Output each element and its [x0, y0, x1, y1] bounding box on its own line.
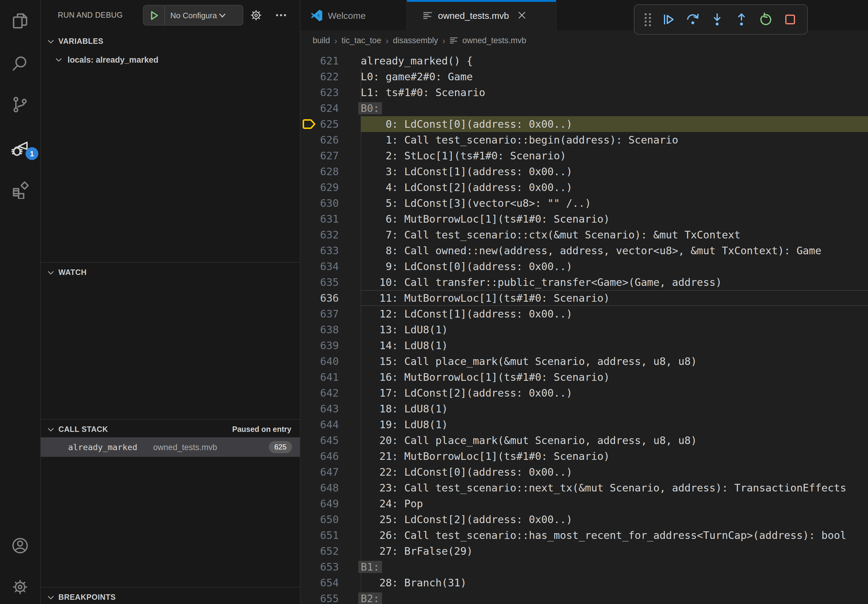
section-header-breakpoints[interactable]: BREAKPOINTS — [41, 587, 300, 604]
line-number: 627 — [301, 148, 361, 164]
activity-explorer[interactable] — [7, 8, 33, 35]
line-number: 623 — [301, 85, 361, 101]
section-header-call-stack[interactable]: CALL STACK Paused on entry — [41, 419, 300, 439]
step-into-button[interactable] — [706, 7, 728, 32]
variables-scope-label: locals: already_marked — [68, 55, 158, 65]
code-line: 645 20: Call place_mark(&mut Scenario, a… — [301, 432, 868, 448]
code-line: 634 9: LdConst[0](address: 0x00..) — [301, 259, 868, 274]
code-line: 654 28: Branch(31) — [301, 575, 868, 591]
code-line: 643 18: LdU8(1) — [301, 401, 868, 417]
line-text: 12: LdConst[1](address: 0x00..) — [361, 306, 868, 322]
call-stack-frame[interactable]: already_marked owned_tests.mvb 625 — [41, 437, 300, 457]
line-number: 629 — [301, 180, 361, 195]
code-line: 641 16: MutBorrowLoc[1](ts#1#0: Scenario… — [301, 369, 868, 385]
gear-icon — [11, 578, 29, 596]
debug-config-value: No Configura — [170, 11, 217, 20]
activity-search[interactable] — [7, 51, 33, 77]
line-text: 22: LdConst[0](address: 0x00..) — [361, 464, 868, 480]
line-number: 634 — [301, 259, 361, 274]
line-number: 645 — [301, 432, 361, 448]
debug-toolbar — [634, 4, 808, 35]
line-number: 626 — [301, 132, 361, 148]
more-actions-icon[interactable] — [276, 13, 287, 17]
account-icon — [11, 536, 29, 555]
line-number: 621 — [301, 53, 361, 69]
line-text: 3: LdConst[1](address: 0x00..) — [361, 164, 868, 180]
code-line: 650 25: LdConst[2](address: 0x00..) — [301, 511, 868, 527]
line-text: B0: — [361, 101, 868, 116]
activity-source-control[interactable] — [7, 91, 33, 118]
block-label: B2: — [358, 592, 382, 604]
code-line-cursor: 636 11: MutBorrowLoc[1](ts#1#0: Scenario… — [301, 290, 868, 306]
line-number: 640 — [301, 353, 361, 369]
start-debugging-icon[interactable] — [149, 10, 160, 20]
variables-scope-row[interactable]: locals: already_marked — [41, 52, 300, 68]
disassembly-file-icon — [450, 36, 459, 45]
line-number: 654 — [301, 575, 361, 591]
chevron-down-icon — [47, 37, 55, 45]
code-line: 642 17: LdConst[2](address: 0x00..) — [301, 385, 868, 401]
frame-line-badge: 625 — [269, 441, 292, 453]
breadcrumb-item-disassembly[interactable]: disassembly — [393, 36, 438, 45]
line-number: 638 — [301, 322, 361, 338]
line-text: L0: game#2#0: Game — [361, 69, 868, 85]
line-number: 622 — [301, 69, 361, 85]
line-text: B2: — [361, 591, 868, 604]
activity-run-and-debug[interactable]: 1 — [7, 135, 33, 162]
activity-account[interactable] — [7, 532, 33, 559]
activity-extensions[interactable] — [7, 177, 33, 203]
breadcrumb-item-file[interactable]: owned_tests.mvb — [462, 36, 526, 45]
code-line: 632 7: Call test_scenario::ctx(&mut Scen… — [301, 227, 868, 243]
tab-owned-tests[interactable]: owned_tests.mvb — [407, 0, 556, 30]
chevron-down-icon — [47, 268, 55, 276]
line-text: B1: — [361, 559, 868, 575]
code-line-block-label: 624B0: — [301, 101, 868, 116]
breadcrumb-item-tic-tac-toe[interactable]: tic_tac_toe — [341, 36, 381, 45]
code-line-block-label: 653B1: — [301, 559, 868, 575]
source-control-icon — [11, 96, 29, 114]
line-number: 628 — [301, 164, 361, 180]
section-header-watch[interactable]: WATCH — [41, 262, 300, 282]
breadcrumb-separator: › — [334, 35, 337, 46]
stop-button[interactable] — [779, 7, 801, 32]
line-text: 19: LdU8(1) — [361, 417, 868, 432]
line-text: 16: MutBorrowLoc[1](ts#1#0: Scenario) — [361, 369, 868, 385]
editor-group: Welcome owned_tests.mvb build › tic_ — [301, 0, 868, 604]
breakpoints-label: BREAKPOINTS — [58, 593, 116, 602]
restart-button[interactable] — [755, 7, 777, 32]
code-line: 639 14: LdU8(1) — [301, 338, 868, 353]
breadcrumb-separator: › — [386, 35, 389, 46]
section-header-variables[interactable]: VARIABLES — [41, 32, 300, 51]
extensions-icon — [11, 181, 29, 199]
line-number: 653 — [301, 559, 361, 575]
debug-status-badge: Paused on entry — [232, 425, 292, 434]
continue-button[interactable] — [657, 7, 679, 32]
code-editor[interactable]: 621already_marked() { 622L0: game#2#0: G… — [301, 51, 868, 604]
step-over-button[interactable] — [682, 7, 704, 32]
code-line: 640 15: Call place_mark(&mut Scenario, a… — [301, 353, 868, 369]
line-text: L1: ts#1#0: Scenario — [361, 85, 868, 101]
line-text: 21: MutBorrowLoc[1](ts#1#0: Scenario) — [361, 448, 868, 464]
close-icon[interactable] — [517, 11, 526, 19]
line-text: 5: LdConst[3](vector<u8>: "" /..) — [361, 195, 868, 211]
debug-gear-icon[interactable] — [250, 9, 263, 22]
line-text: 23: Call test_scenario::next_tx(&mut Sce… — [361, 480, 868, 496]
vscode-window: 1 — [0, 0, 868, 604]
step-out-button[interactable] — [730, 7, 752, 32]
line-number: 625 — [301, 116, 361, 132]
breadcrumb-item-build[interactable]: build — [313, 36, 330, 45]
variables-label: VARIABLES — [58, 37, 104, 46]
code-line: 621already_marked() { — [301, 53, 868, 69]
line-text: 4: LdConst[2](address: 0x00..) — [361, 180, 868, 195]
code-line: 635 10: Call transfer::public_transfer<G… — [301, 274, 868, 290]
line-text: 13: LdU8(1) — [361, 322, 868, 338]
disassembly-file-icon — [423, 10, 433, 20]
tab-welcome[interactable]: Welcome — [301, 0, 407, 30]
activity-settings[interactable] — [7, 574, 33, 600]
code-line-stopped: 625 0: LdConst[0](address: 0x00..) — [301, 116, 868, 132]
block-label: B0: — [358, 102, 382, 115]
toolbar-drag-handle-icon[interactable] — [640, 7, 655, 32]
tab-welcome-label: Welcome — [328, 10, 366, 20]
line-number: 646 — [301, 448, 361, 464]
debug-config-dropdown[interactable]: No Configura — [143, 5, 243, 26]
